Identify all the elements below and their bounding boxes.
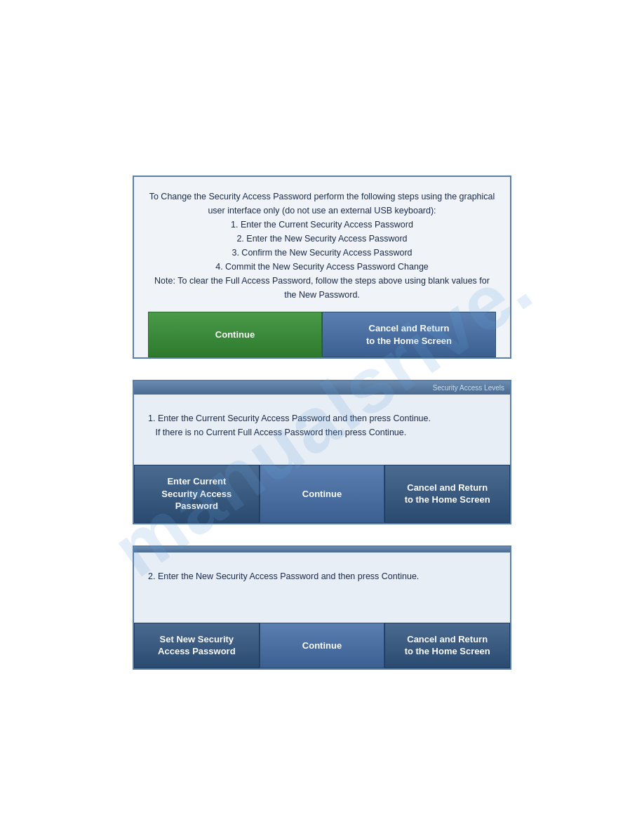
enter-current-password-button[interactable]: Enter CurrentSecurity AccessPassword [134,465,260,523]
panel2-header: Security Access Levels [134,381,510,395]
instructions-panel: To Change the Security Access Password p… [133,176,511,359]
set-new-password-panel: 2. Enter the New Security Access Passwor… [133,545,511,670]
panel3-button-row: Set New SecurityAccess Password Continue… [134,623,510,668]
page-content: To Change the Security Access Password p… [0,0,644,670]
panel3-header [134,547,510,552]
panel2-button-row: Enter CurrentSecurity AccessPassword Con… [134,465,510,523]
panel2-body: 1. Enter the Current Security Access Pas… [134,395,510,465]
panel3-continue-button[interactable]: Continue [260,623,385,668]
panel3-body-text: 2. Enter the New Security Access Passwor… [148,569,496,583]
panel1-continue-button[interactable]: Continue [148,312,322,357]
panel1-cancel-button[interactable]: Cancel and Returnto the Home Screen [322,312,496,357]
panel1-button-row: Continue Cancel and Returnto the Home Sc… [148,312,496,357]
panel3-body: 2. Enter the New Security Access Passwor… [134,552,510,623]
panel2-header-label: Security Access Levels [433,384,504,392]
enter-current-password-panel: Security Access Levels 1. Enter the Curr… [133,380,511,524]
panel2-body-text: 1. Enter the Current Security Access Pas… [148,411,496,439]
set-new-password-button[interactable]: Set New SecurityAccess Password [134,623,260,668]
instructions-text: To Change the Security Access Password p… [148,190,496,302]
panel2-continue-button[interactable]: Continue [260,465,385,523]
panel2-cancel-button[interactable]: Cancel and Returnto the Home Screen [384,465,510,523]
panel3-cancel-button[interactable]: Cancel and Returnto the Home Screen [384,623,510,668]
